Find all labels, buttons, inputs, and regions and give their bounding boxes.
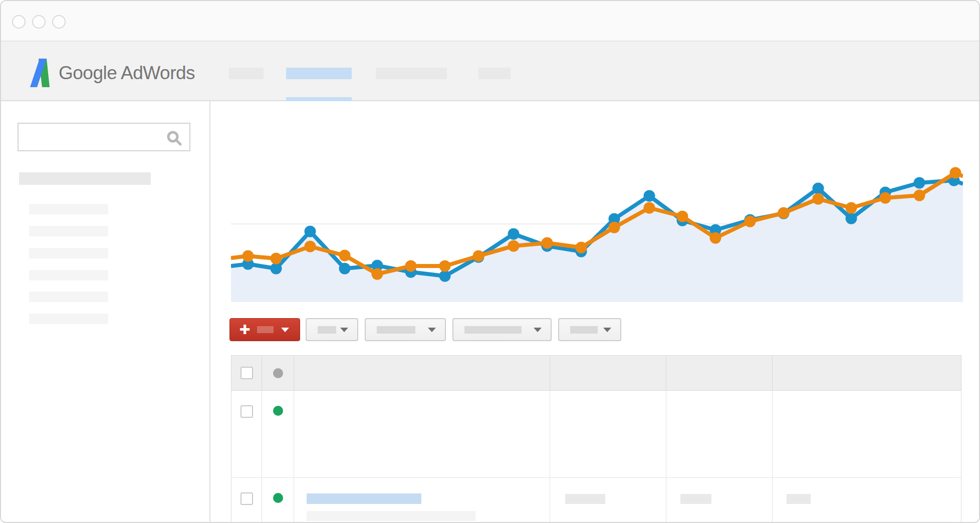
button-label-placeholder <box>464 326 522 334</box>
header-select-cell <box>231 356 262 390</box>
main-content: ✚ <box>210 101 979 523</box>
search-box[interactable] <box>18 123 190 151</box>
sidebar-item-placeholder[interactable] <box>29 226 108 236</box>
row-metric-cell <box>773 478 962 522</box>
adwords-logo: Google AdWords <box>30 59 195 87</box>
metric-value-placeholder <box>565 494 605 504</box>
sidebar-section-placeholder <box>19 172 151 185</box>
status-dot-icon <box>273 368 283 378</box>
dropdown-button-2[interactable] <box>365 318 446 341</box>
dropdown-button-1[interactable] <box>306 318 358 341</box>
row-select-cell <box>231 391 262 477</box>
row-metric-cell <box>666 391 773 477</box>
table-row[interactable] <box>231 478 961 522</box>
header-metric-cell <box>666 356 773 390</box>
adwords-logo-icon <box>30 59 50 87</box>
sidebar-item-placeholder[interactable] <box>29 248 108 258</box>
caret-down-icon <box>534 328 542 332</box>
row-metric-cell <box>550 478 666 522</box>
toolbar: ✚ <box>229 318 621 341</box>
button-label-placeholder <box>318 326 336 334</box>
row-select-cell <box>231 478 262 522</box>
window-control-icon[interactable] <box>52 15 66 29</box>
sidebar-item-placeholder[interactable] <box>29 270 108 281</box>
nav-tab-3[interactable] <box>376 68 447 79</box>
logo-text: Google AdWords <box>59 63 195 84</box>
caret-down-icon <box>340 328 348 332</box>
row-metric-cell <box>666 478 773 522</box>
nav-tab-1[interactable] <box>229 68 264 79</box>
row-status-cell <box>262 478 294 522</box>
table-row[interactable] <box>231 391 961 478</box>
metric-value-placeholder <box>680 494 711 504</box>
button-label-placeholder <box>257 326 274 333</box>
sidebar-item-placeholder[interactable] <box>29 314 108 324</box>
header-metric-cell <box>550 356 666 390</box>
metric-value-placeholder <box>787 494 811 504</box>
add-campaign-button[interactable]: ✚ <box>229 318 300 341</box>
app-header: Google AdWords <box>1 42 979 101</box>
sidebar-item-placeholder[interactable] <box>29 204 108 214</box>
header-name-cell <box>294 356 550 390</box>
search-icon <box>166 130 182 148</box>
caret-down-icon <box>428 328 436 332</box>
window-control-icon[interactable] <box>32 15 46 29</box>
performance-chart <box>231 102 963 302</box>
row-status-cell <box>262 391 294 477</box>
status-dot-green-icon <box>273 493 283 503</box>
row-name-cell <box>294 391 550 477</box>
row-name-cell <box>294 478 550 522</box>
dropdown-button-3[interactable] <box>452 318 552 341</box>
table-header-row <box>231 356 961 391</box>
campaign-subtext-placeholder <box>307 511 475 521</box>
status-dot-green-icon <box>273 406 283 416</box>
dropdown-button-4[interactable] <box>558 318 621 341</box>
plus-icon: ✚ <box>239 323 251 336</box>
window-control-icon[interactable] <box>12 15 26 29</box>
sidebar <box>1 101 210 523</box>
caret-down-icon <box>281 328 289 332</box>
nav-tab-4[interactable] <box>478 68 511 79</box>
browser-window: Google AdWords <box>0 0 980 523</box>
row-metric-cell <box>550 391 666 477</box>
sidebar-item-placeholder[interactable] <box>29 292 108 302</box>
search-input[interactable] <box>19 124 189 150</box>
row-checkbox[interactable] <box>240 492 253 505</box>
browser-titlebar <box>1 1 979 42</box>
nav-tab-2-active[interactable] <box>286 68 352 79</box>
header-metric-cell <box>773 356 962 390</box>
header-status-cell <box>262 356 294 390</box>
row-metric-cell <box>773 391 962 477</box>
active-tab-underline <box>286 97 352 101</box>
row-checkbox[interactable] <box>240 405 253 418</box>
button-label-placeholder <box>377 326 415 334</box>
button-label-placeholder <box>570 326 598 334</box>
caret-down-icon <box>603 328 611 332</box>
select-all-checkbox[interactable] <box>240 367 253 379</box>
campaign-name-link-placeholder[interactable] <box>307 493 421 504</box>
campaigns-table <box>231 355 961 522</box>
